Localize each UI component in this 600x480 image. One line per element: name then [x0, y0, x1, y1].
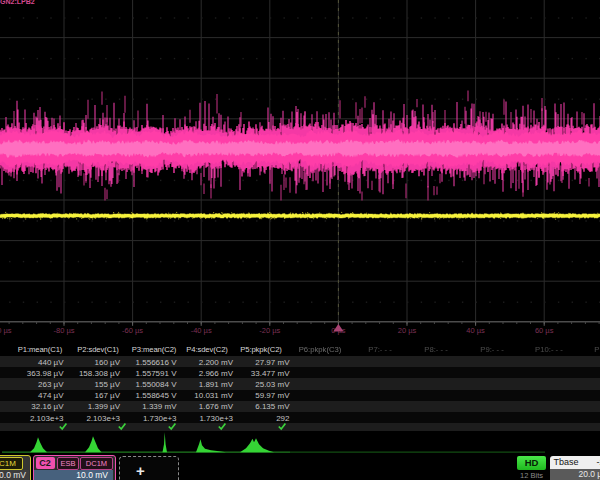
svg-text:60 µs: 60 µs	[535, 326, 554, 335]
svg-text:-100 µs: -100 µs	[0, 326, 12, 335]
svg-text:-60 µs: -60 µs	[122, 326, 143, 335]
svg-text:40 µs: 40 µs	[466, 326, 485, 335]
svg-text:20 µs: 20 µs	[398, 326, 417, 335]
svg-text:-40 µs: -40 µs	[191, 326, 212, 335]
svg-text:-80 µs: -80 µs	[54, 326, 75, 335]
svg-text:-20 µs: -20 µs	[259, 326, 280, 335]
